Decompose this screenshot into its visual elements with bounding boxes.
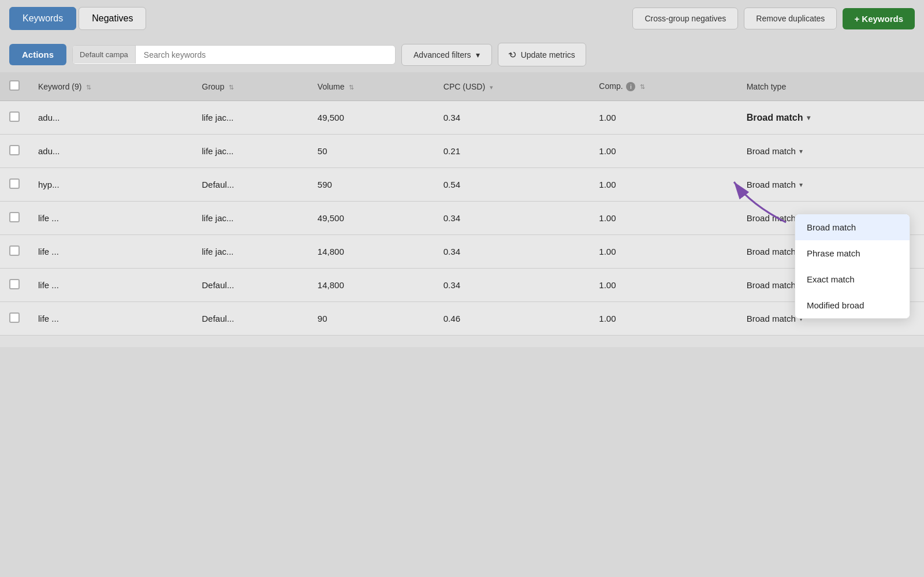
comp-sort-icon: ⇅ xyxy=(640,83,645,91)
row-checkbox-5[interactable] xyxy=(9,279,20,289)
table-row: adu... life jac... 50 0.21 1.00 Broad ma… xyxy=(0,135,924,168)
header-comp[interactable]: Comp. i ⇅ xyxy=(590,72,737,101)
match-type-label-2: Broad match xyxy=(747,180,796,189)
row-keyword-2: hyp... xyxy=(29,168,193,202)
dropdown-item-exact-match[interactable]: Exact match xyxy=(795,266,910,292)
advanced-filters-label: Advanced filters xyxy=(413,50,471,59)
header-match-type: Match type xyxy=(737,72,924,101)
match-type-chevron-1: ▾ xyxy=(799,147,803,155)
tab-keywords[interactable]: Keywords xyxy=(9,7,76,30)
keyword-sort-icon: ⇅ xyxy=(86,84,91,91)
dropdown-item-phrase-match[interactable]: Phrase match xyxy=(795,240,910,266)
row-checkbox-1[interactable] xyxy=(9,145,20,155)
cpc-header-label: CPC (USD) xyxy=(444,82,485,91)
row-checkbox-cell xyxy=(0,269,29,302)
search-input[interactable] xyxy=(136,46,395,64)
comp-header-label: Comp. xyxy=(599,81,623,91)
table-container: Keyword (9) ⇅ Group ⇅ Volume ⇅ CPC (USD)… xyxy=(0,72,924,347)
row-checkbox-6[interactable] xyxy=(9,312,20,323)
row-group-5: Defaul... xyxy=(193,269,308,302)
row-cpc-2: 0.54 xyxy=(434,168,590,202)
tab-negatives[interactable]: Negatives xyxy=(79,7,146,30)
match-type-header-label: Match type xyxy=(747,82,786,91)
row-comp-2: 1.00 xyxy=(590,168,737,202)
keywords-table: Keyword (9) ⇅ Group ⇅ Volume ⇅ CPC (USD)… xyxy=(0,72,924,336)
row-keyword-3: life ... xyxy=(29,202,193,235)
header-group[interactable]: Group ⇅ xyxy=(193,72,308,101)
top-bar: Keywords Negatives Cross-group negatives… xyxy=(0,0,924,37)
row-volume-1: 50 xyxy=(308,135,434,168)
match-type-label-4: Broad match xyxy=(747,247,796,256)
row-checkbox-3[interactable] xyxy=(9,212,20,222)
row-volume-4: 14,800 xyxy=(308,235,434,269)
match-type-chevron-0: ▾ xyxy=(807,114,810,122)
chevron-down-icon: ▾ xyxy=(476,50,480,59)
table-header-row: Keyword (9) ⇅ Group ⇅ Volume ⇅ CPC (USD)… xyxy=(0,72,924,101)
row-group-6: Defaul... xyxy=(193,302,308,336)
dropdown-item-modified-broad[interactable]: Modified broad xyxy=(795,292,910,318)
cross-group-negatives-button[interactable]: Cross-group negatives xyxy=(632,8,738,29)
row-comp-5: 1.00 xyxy=(590,269,737,302)
volume-sort-icon: ⇅ xyxy=(349,84,354,91)
actions-button[interactable]: Actions xyxy=(9,44,66,65)
update-metrics-button[interactable]: ↻ Update metrics xyxy=(498,43,586,66)
match-type-chevron-2: ▾ xyxy=(799,181,803,189)
match-type-btn-2[interactable]: Broad match ▾ xyxy=(747,180,803,189)
row-keyword-1: adu... xyxy=(29,135,193,168)
match-type-label-1: Broad match xyxy=(747,146,796,156)
advanced-filters-button[interactable]: Advanced filters ▾ xyxy=(401,44,492,66)
table-body: adu... life jac... 49,500 0.34 1.00 Broa… xyxy=(0,101,924,336)
match-type-btn-1[interactable]: Broad match ▾ xyxy=(747,146,803,156)
table-row: life ... Defaul... 90 0.46 1.00 Broad ma… xyxy=(0,302,924,336)
row-comp-4: 1.00 xyxy=(590,235,737,269)
row-checkbox-cell xyxy=(0,135,29,168)
group-sort-icon: ⇅ xyxy=(229,84,234,91)
row-keyword-6: life ... xyxy=(29,302,193,336)
row-group-1: life jac... xyxy=(193,135,308,168)
row-cpc-5: 0.34 xyxy=(434,269,590,302)
row-checkbox-0[interactable] xyxy=(9,111,20,122)
match-type-btn-0[interactable]: Broad match ▾ xyxy=(747,113,810,123)
refresh-icon: ↻ xyxy=(506,48,519,61)
row-keyword-0: adu... xyxy=(29,101,193,135)
table-row: life ... life jac... 49,500 0.34 1.00 Br… xyxy=(0,202,924,235)
row-group-3: life jac... xyxy=(193,202,308,235)
keyword-header-label: Keyword (9) xyxy=(38,82,81,91)
add-keywords-button[interactable]: + Keywords xyxy=(843,8,915,29)
search-group: Default campa xyxy=(72,45,396,65)
row-checkbox-cell xyxy=(0,302,29,336)
update-metrics-label: Update metrics xyxy=(521,50,575,59)
row-keyword-5: life ... xyxy=(29,269,193,302)
row-checkbox-cell xyxy=(0,235,29,269)
table-row: adu... life jac... 49,500 0.34 1.00 Broa… xyxy=(0,101,924,135)
header-cpc[interactable]: CPC (USD) ▾ xyxy=(434,72,590,101)
campaign-tag: Default campa xyxy=(73,46,136,64)
row-match-type-1: Broad match ▾ xyxy=(737,135,924,168)
row-checkbox-cell xyxy=(0,202,29,235)
row-group-2: Defaul... xyxy=(193,168,308,202)
row-comp-3: 1.00 xyxy=(590,202,737,235)
row-checkbox-cell xyxy=(0,168,29,202)
header-keyword[interactable]: Keyword (9) ⇅ xyxy=(29,72,193,101)
row-checkbox-2[interactable] xyxy=(9,178,20,189)
volume-header-label: Volume xyxy=(318,82,345,91)
match-type-dropdown: Broad match Phrase match Exact match Mod… xyxy=(795,214,910,319)
group-header-label: Group xyxy=(202,82,225,91)
header-volume[interactable]: Volume ⇅ xyxy=(308,72,434,101)
match-type-label-3: Broad match xyxy=(747,213,796,223)
select-all-checkbox[interactable] xyxy=(9,80,20,91)
row-comp-0: 1.00 xyxy=(590,101,737,135)
table-row: hyp... Defaul... 590 0.54 1.00 Broad mat… xyxy=(0,168,924,202)
dropdown-item-broad-match[interactable]: Broad match xyxy=(795,214,910,240)
row-checkbox-4[interactable] xyxy=(9,245,20,256)
row-volume-5: 14,800 xyxy=(308,269,434,302)
row-volume-2: 590 xyxy=(308,168,434,202)
match-type-label-6: Broad match xyxy=(747,314,796,323)
top-bar-right: Cross-group negatives Remove duplicates … xyxy=(632,8,915,29)
row-comp-1: 1.00 xyxy=(590,135,737,168)
row-group-0: life jac... xyxy=(193,101,308,135)
table-row: life ... life jac... 14,800 0.34 1.00 Br… xyxy=(0,235,924,269)
remove-duplicates-button[interactable]: Remove duplicates xyxy=(744,8,837,29)
row-cpc-1: 0.21 xyxy=(434,135,590,168)
comp-info-icon[interactable]: i xyxy=(626,82,635,91)
